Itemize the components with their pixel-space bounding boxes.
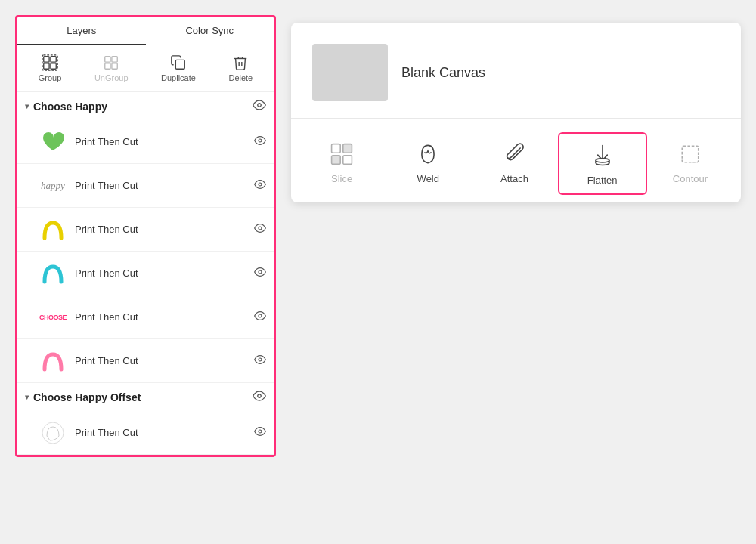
svg-rect-3 (51, 63, 56, 69)
layer-label: Print Then Cut (75, 180, 249, 191)
svg-point-16 (259, 358, 262, 361)
chevron-icon: ▾ (25, 102, 29, 110)
layer-eye-button[interactable] (254, 134, 266, 150)
group-eye-button[interactable] (253, 389, 266, 405)
svg-point-15 (259, 314, 262, 317)
layer-label: Print Then Cut (75, 355, 249, 366)
layer-label: Print Then Cut (75, 427, 249, 438)
slice-button[interactable]: Slice (299, 132, 385, 195)
svg-point-17 (258, 394, 262, 398)
svg-rect-29 (682, 146, 698, 162)
layer-item[interactable]: Print Then Cut (17, 339, 274, 383)
attach-button[interactable]: Attach (471, 132, 557, 195)
group-header-choose-happy: ▾ Choose Happy (17, 92, 274, 120)
flatten-button[interactable]: Flatten (558, 132, 647, 195)
layer-item[interactable]: Print Then Cut (17, 252, 274, 295)
svg-rect-9 (175, 60, 184, 69)
layers-list: ▾ Choose Happy Print Then Cut (17, 92, 274, 455)
attach-label: Attach (500, 173, 528, 184)
svg-point-11 (259, 139, 262, 142)
svg-rect-5 (105, 57, 110, 62)
svg-rect-23 (343, 156, 352, 165)
tab-color-sync[interactable]: Color Sync (146, 17, 274, 45)
svg-rect-22 (332, 156, 341, 165)
weld-label: Weld (417, 173, 439, 184)
tab-layers[interactable]: Layers (17, 17, 146, 45)
layer-eye-button[interactable] (254, 425, 266, 440)
layer-label: Print Then Cut (75, 267, 249, 279)
svg-point-12 (259, 183, 262, 186)
operations-row: Slice Weld Attach (291, 119, 741, 202)
layer-item[interactable]: CHOOSE Print Then Cut (17, 295, 274, 339)
layer-label: Print Then Cut (75, 136, 249, 147)
svg-rect-20 (332, 144, 341, 153)
canvas-title: Blank Canvas (401, 65, 485, 81)
toolbar-row: Group UnGroup Duplicate (17, 45, 274, 92)
contour-button[interactable]: Contour (647, 132, 733, 195)
svg-rect-7 (105, 63, 110, 69)
svg-rect-4 (42, 55, 57, 70)
layer-thumb (39, 128, 67, 156)
layer-eye-button[interactable] (254, 310, 266, 325)
group-label: Choose Happy Offset (33, 391, 141, 403)
layer-eye-button[interactable] (254, 222, 266, 237)
group-eye-button[interactable] (253, 98, 266, 114)
layer-item[interactable]: Print Then Cut (17, 411, 274, 455)
layer-item[interactable]: Print Then Cut (17, 120, 274, 164)
duplicate-button[interactable]: Duplicate (155, 51, 202, 85)
delete-button[interactable]: Delete (222, 51, 259, 85)
layer-eye-button[interactable] (254, 354, 266, 369)
svg-rect-2 (44, 63, 49, 69)
group-label: Choose Happy (33, 100, 107, 113)
svg-point-19 (259, 430, 262, 433)
layer-label: Print Then Cut (75, 224, 249, 235)
svg-point-13 (259, 227, 262, 230)
svg-point-14 (259, 270, 262, 274)
layer-thumb (39, 347, 67, 376)
layer-thumb (39, 259, 67, 288)
ungroup-button[interactable]: UnGroup (88, 51, 135, 85)
layer-thumb (39, 419, 67, 447)
layer-label: Print Then Cut (75, 311, 249, 323)
svg-rect-6 (112, 57, 117, 62)
left-panel: Layers Color Sync Group UnGroup (15, 15, 276, 457)
layer-item[interactable]: happy Print Then Cut (17, 164, 274, 208)
contour-label: Contour (673, 173, 708, 184)
canvas-thumbnail (312, 44, 388, 101)
svg-rect-21 (343, 144, 352, 153)
group-header-choose-happy-offset: ▾ Choose Happy Offset (17, 383, 274, 411)
layer-eye-button[interactable] (254, 266, 266, 281)
svg-rect-8 (112, 63, 117, 69)
slice-label: Slice (331, 173, 352, 184)
layer-item[interactable]: Print Then Cut (17, 208, 274, 252)
svg-point-26 (596, 159, 609, 162)
canvas-preview: Blank Canvas (291, 23, 741, 119)
layer-thumb (39, 215, 67, 244)
flatten-label: Flatten (587, 175, 618, 186)
layer-thumb: CHOOSE (39, 303, 67, 332)
svg-point-10 (258, 104, 262, 107)
layer-eye-button[interactable] (254, 178, 266, 193)
svg-rect-1 (51, 57, 56, 62)
group-button[interactable]: Group (33, 51, 68, 85)
right-panel: Blank Canvas Slice Weld (291, 23, 741, 202)
layer-thumb: happy (39, 172, 67, 200)
svg-rect-0 (44, 57, 49, 62)
weld-button[interactable]: Weld (385, 132, 471, 195)
chevron-icon: ▾ (25, 393, 29, 401)
tabs-row: Layers Color Sync (17, 17, 274, 45)
